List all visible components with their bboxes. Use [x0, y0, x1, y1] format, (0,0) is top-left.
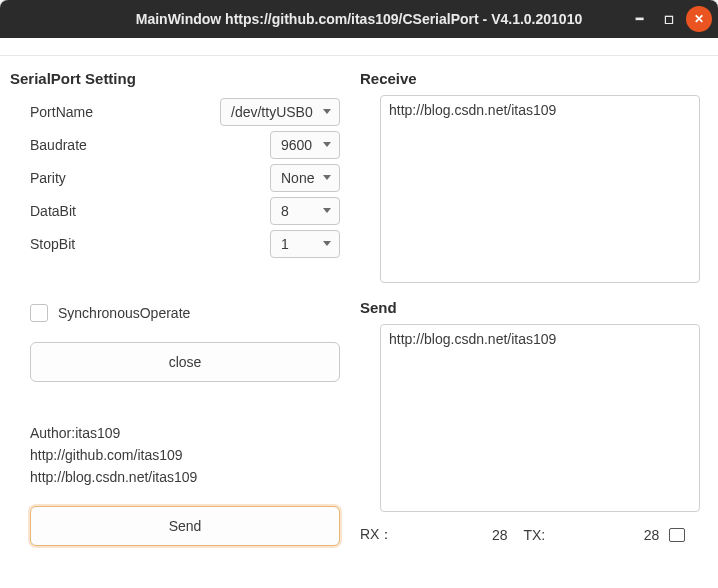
sync-label: SynchronousOperate: [58, 305, 190, 321]
close-icon: ✕: [694, 13, 704, 25]
stopbit-label: StopBit: [30, 236, 75, 252]
status-bar: RX： 28 TX: 28: [360, 526, 700, 544]
databit-label: DataBit: [30, 203, 76, 219]
maximize-icon: ◻: [664, 13, 674, 25]
status-icon: [669, 528, 685, 542]
author-block: Author:itas109 http://github.com/itas109…: [30, 422, 340, 488]
parity-row: Parity None: [30, 161, 340, 194]
chevron-down-icon: [323, 142, 331, 147]
author-line3: http://blog.csdn.net/itas109: [30, 466, 340, 488]
stopbit-row: StopBit 1: [30, 227, 340, 260]
portname-label: PortName: [30, 104, 93, 120]
send-title: Send: [360, 299, 700, 316]
maximize-button[interactable]: ◻: [656, 6, 682, 32]
send-textarea[interactable]: [380, 324, 700, 512]
chevron-down-icon: [323, 175, 331, 180]
baudrate-row: Baudrate 9600: [30, 128, 340, 161]
tx-value: 28: [549, 527, 659, 543]
parity-value: None: [281, 170, 314, 186]
settings-form: PortName /dev/ttyUSB0 Baudrate 9600 Pari…: [10, 95, 340, 260]
right-panel: Receive Send RX： 28 TX: 28: [360, 70, 700, 570]
baudrate-value: 9600: [281, 137, 312, 153]
author-line1: Author:itas109: [30, 422, 340, 444]
databit-select[interactable]: 8: [270, 197, 340, 225]
stopbit-value: 1: [281, 236, 289, 252]
stopbit-select[interactable]: 1: [270, 230, 340, 258]
menubar: [0, 38, 718, 56]
window-controls: ━ ◻ ✕: [626, 0, 712, 38]
close-button-label: close: [169, 354, 202, 370]
chevron-down-icon: [323, 109, 331, 114]
portname-select[interactable]: /dev/ttyUSB0: [220, 98, 340, 126]
main-window: MainWindow https://github.com/itas109/CS…: [0, 0, 718, 588]
sync-row: SynchronousOperate: [10, 302, 340, 324]
chevron-down-icon: [323, 241, 331, 246]
send-button-label: Send: [169, 518, 202, 534]
author-line2: http://github.com/itas109: [30, 444, 340, 466]
sync-checkbox[interactable]: [30, 304, 48, 322]
baudrate-label: Baudrate: [30, 137, 87, 153]
content: SerialPort Setting PortName /dev/ttyUSB0…: [0, 56, 718, 588]
settings-title: SerialPort Setting: [10, 70, 340, 87]
minimize-icon: ━: [636, 13, 643, 25]
parity-select[interactable]: None: [270, 164, 340, 192]
left-panel: SerialPort Setting PortName /dev/ttyUSB0…: [10, 70, 340, 570]
databit-row: DataBit 8: [30, 194, 340, 227]
close-window-button[interactable]: ✕: [686, 6, 712, 32]
tx-label: TX:: [523, 527, 545, 543]
rx-label: RX：: [360, 526, 393, 544]
baudrate-select[interactable]: 9600: [270, 131, 340, 159]
chevron-down-icon: [323, 208, 331, 213]
receive-textarea[interactable]: [380, 95, 700, 283]
portname-value: /dev/ttyUSB0: [231, 104, 313, 120]
titlebar: MainWindow https://github.com/itas109/CS…: [0, 0, 718, 38]
send-button[interactable]: Send: [30, 506, 340, 546]
rx-value: 28: [397, 527, 507, 543]
window-title: MainWindow https://github.com/itas109/CS…: [136, 11, 582, 27]
receive-title: Receive: [360, 70, 700, 87]
parity-label: Parity: [30, 170, 66, 186]
minimize-button[interactable]: ━: [626, 6, 652, 32]
databit-value: 8: [281, 203, 289, 219]
close-button[interactable]: close: [30, 342, 340, 382]
portname-row: PortName /dev/ttyUSB0: [30, 95, 340, 128]
